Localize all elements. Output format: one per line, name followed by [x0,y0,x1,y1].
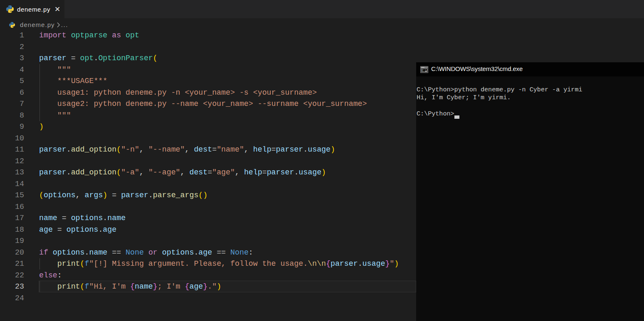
svg-text:C:\: C:\ [422,69,427,72]
